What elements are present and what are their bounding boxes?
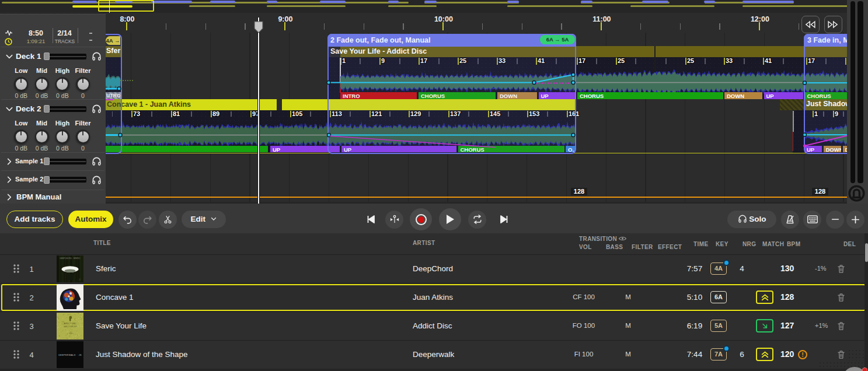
svg-text:♫ 33⅓: ♫ 33⅓ [67, 332, 74, 335]
svg-text:SAVE YOUR LIFE: SAVE YOUR LIFE [64, 326, 77, 328]
svg-text:♬: ♬ [78, 278, 82, 281]
svg-text:DEEPERWALK · JS: DEEPERWALK · JS [58, 354, 82, 356]
svg-text:DEEPCHORD · SFERIC: DEEPCHORD · SFERIC [60, 257, 81, 260]
svg-text:ADDICT DISC: ADDICT DISC [64, 323, 76, 325]
